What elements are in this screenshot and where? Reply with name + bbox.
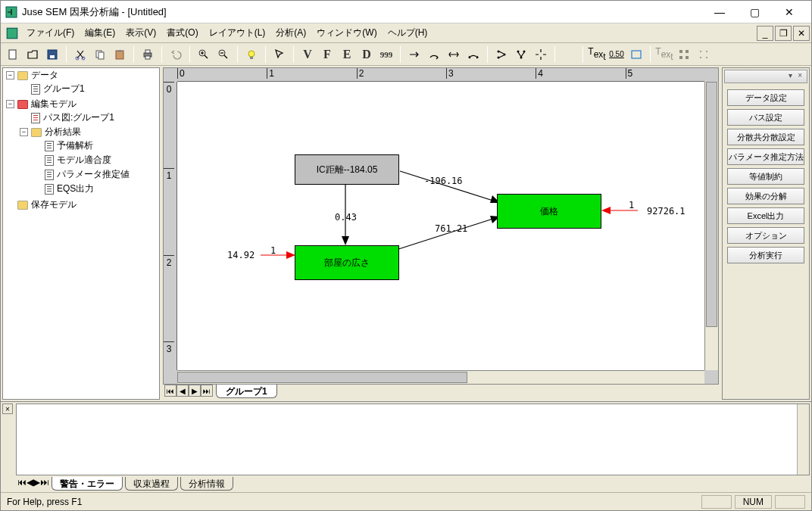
zoom-out-button[interactable] <box>214 45 233 64</box>
menu-format[interactable]: 書式(O) <box>162 25 202 41</box>
tab-nav-first[interactable]: ⏮ <box>164 385 176 397</box>
tab-nav-prev[interactable]: ◀ <box>176 385 189 397</box>
paste-button[interactable] <box>111 45 129 64</box>
tab-nav-last[interactable]: ⏭ <box>201 385 213 397</box>
maximize-button[interactable]: ▢ <box>737 2 772 23</box>
letter-e-tool[interactable]: E <box>338 45 356 64</box>
coef-label: -196.16 <box>424 176 463 186</box>
tab-nav-next[interactable]: ▶ <box>189 385 201 397</box>
btn-excel-export[interactable]: Excel出力 <box>727 207 804 224</box>
scale-050-tool[interactable]: 0.50 <box>607 45 626 64</box>
idea-button[interactable] <box>242 45 261 64</box>
btn-varcov-settings[interactable]: 分散共分散設定 <box>727 129 804 145</box>
node-ic-distance[interactable]: IC距離--184.05 <box>295 154 399 185</box>
arrow-double-curve-tool[interactable] <box>464 45 483 64</box>
arrow-both-tool[interactable] <box>445 45 463 64</box>
copy-button[interactable] <box>91 45 109 64</box>
tree-eqs[interactable]: EQS出力 <box>57 182 94 195</box>
out-tab-nav-next[interactable]: ▶ <box>33 477 40 488</box>
out-tab-analysis-info[interactable]: 分析情報 <box>180 477 233 491</box>
svg-rect-12 <box>145 50 150 53</box>
scrollbar-horizontal[interactable] <box>177 370 704 384</box>
collapse-icon[interactable]: − <box>20 128 28 136</box>
menu-help[interactable]: ヘルプ(H) <box>383 25 433 41</box>
diagram-canvas[interactable]: IC距離--184.05 部屋の広さ 価格 0.43 -196.16 761.2… <box>177 82 704 370</box>
print-button[interactable] <box>139 45 157 64</box>
network-tool-1[interactable] <box>492 45 511 64</box>
tree-saved[interactable]: 保存モデル <box>31 198 77 211</box>
menu-window[interactable]: ウィンドウ(W) <box>312 25 381 41</box>
project-tree[interactable]: −データ グループ1 −編集モデル パス図:グループ1 −分析結果 予備解析 モ… <box>2 67 160 400</box>
svg-marker-37 <box>342 236 349 245</box>
close-button[interactable]: ✕ <box>772 2 807 23</box>
btn-options[interactable]: オプション <box>727 227 804 244</box>
cut-button[interactable] <box>71 45 89 64</box>
target-tool[interactable] <box>532 45 550 64</box>
letter-v-tool[interactable]: V <box>298 45 317 64</box>
btn-effect-decomp[interactable]: 効果の分解 <box>727 188 804 204</box>
doc-icon <box>45 170 54 180</box>
collapse-icon[interactable]: − <box>6 100 14 108</box>
save-button[interactable] <box>43 45 61 64</box>
btn-run-analysis[interactable]: 分析実行 <box>727 247 804 263</box>
svg-rect-27 <box>632 51 641 58</box>
menu-edit[interactable]: 編集(E) <box>80 25 120 41</box>
arrow-right-tool[interactable] <box>405 45 423 64</box>
btn-data-settings[interactable]: データ設定 <box>727 89 804 106</box>
open-button[interactable] <box>23 45 42 64</box>
mdi-doc-icon <box>5 26 19 40</box>
node-price[interactable]: 価格 <box>497 194 601 229</box>
network-tool-2[interactable] <box>512 45 530 64</box>
snap-tool <box>695 45 713 64</box>
output-close-button[interactable]: × <box>2 404 13 414</box>
btn-param-method[interactable]: パラメータ推定方法 <box>727 148 804 165</box>
mdi-restore-button[interactable]: ❐ <box>775 26 792 41</box>
btn-equality-constraints[interactable]: 等値制約 <box>727 168 804 185</box>
out-tab-nav-first[interactable]: ⏮ <box>17 477 27 488</box>
window-title: Juse SEM 因果分析編 - [Untitled] <box>22 5 702 19</box>
letter-f-tool[interactable]: F <box>318 45 336 64</box>
rect-tool[interactable] <box>627 45 645 64</box>
tree-edit-model[interactable]: 編集モデル <box>31 98 77 111</box>
svg-rect-13 <box>145 56 150 59</box>
mdi-minimize-button[interactable]: _ <box>757 26 773 41</box>
svg-rect-29 <box>686 50 689 53</box>
out-tab-nav-last[interactable]: ⏭ <box>40 477 49 488</box>
link-tool[interactable] <box>560 45 578 64</box>
node-room-size[interactable]: 部屋の広さ <box>295 245 399 280</box>
toolbar: V F E D 999 Text 0.50 Text <box>1 43 811 66</box>
collapse-icon[interactable]: − <box>6 71 14 79</box>
zoom-in-button[interactable] <box>195 45 213 64</box>
tree-param[interactable]: パラメータ推定値 <box>57 168 130 181</box>
tree-group1[interactable]: グループ1 <box>43 83 85 95</box>
tree-fit[interactable]: モデル適合度 <box>57 154 111 167</box>
output-scrollbar[interactable] <box>797 404 809 475</box>
menu-layout[interactable]: レイアウト(L) <box>205 25 270 41</box>
pointer-tool[interactable] <box>270 45 289 64</box>
menu-analyze[interactable]: 分析(A) <box>271 25 311 41</box>
panel-header[interactable] <box>724 70 807 83</box>
arrow-curve-tool[interactable] <box>425 45 443 64</box>
tree-path-diagram[interactable]: パス図:グループ1 <box>43 111 114 124</box>
tree-prelim[interactable]: 予備解析 <box>57 139 93 152</box>
out-tab-warn-error[interactable]: 警告・エラー <box>52 477 123 491</box>
menu-view[interactable]: 表示(V) <box>121 25 161 41</box>
sheet-tab-group1[interactable]: グループ1 <box>216 385 277 398</box>
svg-rect-31 <box>686 56 689 59</box>
out-tab-nav-prev[interactable]: ◀ <box>27 477 33 488</box>
mdi-close-button[interactable]: ✕ <box>793 26 810 41</box>
tree-results[interactable]: 分析結果 <box>45 126 81 139</box>
tree-data[interactable]: データ <box>31 69 58 82</box>
letter-d-tool[interactable]: D <box>358 45 376 64</box>
text-tool[interactable]: Text <box>588 45 606 64</box>
btn-path-settings[interactable]: パス設定 <box>727 109 804 126</box>
output-text-area[interactable] <box>16 404 810 475</box>
scrollbar-vertical[interactable] <box>704 82 718 370</box>
out-tab-convergence[interactable]: 収束過程 <box>125 477 178 491</box>
new-button[interactable] <box>4 45 22 64</box>
diagram-canvas-area: 0 1 2 3 4 5 0 1 2 3 <box>163 67 719 385</box>
letter-999-tool[interactable]: 999 <box>377 45 395 64</box>
svg-point-16 <box>248 51 255 57</box>
menu-file[interactable]: ファイル(F) <box>22 25 79 41</box>
minimize-button[interactable]: — <box>702 2 737 23</box>
